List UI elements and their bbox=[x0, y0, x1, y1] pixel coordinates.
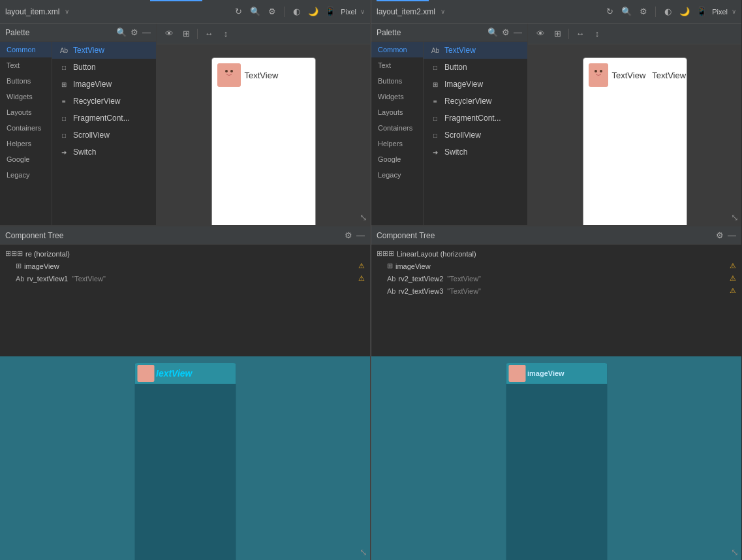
left-search-icon[interactable]: 🔍 bbox=[249, 5, 262, 18]
right-palette-search-icon[interactable]: 🔍 bbox=[487, 27, 498, 37]
right-pixel-icon[interactable]: 📱 bbox=[695, 5, 708, 18]
right-recyclerview-label: RecyclerView bbox=[444, 97, 491, 106]
right-eye-icon[interactable]: 👁 bbox=[533, 27, 548, 41]
right-sidebar-layouts[interactable]: Layouts bbox=[371, 104, 423, 120]
left-palette-search-icon[interactable]: 🔍 bbox=[116, 27, 127, 37]
left-palette-gear-icon[interactable]: ⚙ bbox=[131, 27, 138, 37]
left-toolbar-filename[interactable]: layout_item.xml bbox=[5, 7, 59, 16]
left-pixel-label[interactable]: Pixel bbox=[341, 8, 356, 16]
right-moon-icon[interactable]: 🌙 bbox=[678, 5, 691, 18]
right-comp-fragmentcont[interactable]: □ FragmentCont... bbox=[424, 110, 527, 127]
right-sidebar-buttons[interactable]: Buttons bbox=[371, 73, 423, 89]
right-sidebar-common[interactable]: Common bbox=[371, 42, 423, 57]
left-tree-textview1[interactable]: Ab rv_textView1 "TextView" ⚠ bbox=[5, 272, 365, 285]
left-comp-button[interactable]: □ Button bbox=[52, 59, 156, 76]
left-comp-switch[interactable]: ➜ Switch bbox=[52, 144, 156, 161]
left-pixel-chevron[interactable]: ∨ bbox=[360, 8, 365, 15]
left-palette-header: Palette 🔍 ⚙ — bbox=[0, 23, 156, 42]
right-palette-gear-icon[interactable]: ⚙ bbox=[502, 27, 510, 37]
left-moon-icon[interactable]: 🌙 bbox=[307, 5, 320, 18]
right-rotate-icon[interactable]: ↻ bbox=[603, 5, 616, 18]
left-textview-label: TextView bbox=[73, 46, 104, 55]
right-comp-button[interactable]: □ Button bbox=[424, 59, 527, 76]
right-palette-header: Palette 🔍 ⚙ — bbox=[371, 23, 527, 42]
right-recyclerview-icon: ≡ bbox=[430, 96, 441, 106]
left-sidebar-layouts[interactable]: Layouts bbox=[0, 104, 52, 120]
right-scrollview-icon: □ bbox=[430, 130, 441, 140]
right-tree-imageview-label: imageView bbox=[395, 262, 431, 270]
right-arrow-v-icon[interactable]: ↕ bbox=[590, 27, 604, 41]
right-tree-textview2[interactable]: Ab rv2_textView2 "TextView" ⚠ bbox=[377, 272, 736, 285]
left-arrow-v-icon[interactable]: ↕ bbox=[219, 27, 233, 41]
left-sidebar-common[interactable]: Common bbox=[0, 42, 52, 57]
right-sidebar-text[interactable]: Text bbox=[371, 57, 423, 73]
left-recyclerview-label: RecyclerView bbox=[73, 97, 120, 106]
right-comp-switch[interactable]: ➜ Switch bbox=[424, 144, 527, 161]
left-rotate-icon[interactable]: ↻ bbox=[232, 5, 245, 18]
right-gear-icon[interactable]: ⚙ bbox=[637, 5, 650, 18]
left-design-canvas[interactable]: TextView ⤡ bbox=[157, 44, 370, 225]
left-design-icon[interactable]: ◐ bbox=[290, 5, 303, 18]
left-tree-imageview[interactable]: ⊞ imageView ⚠ bbox=[5, 260, 365, 272]
left-gear-icon[interactable]: ⚙ bbox=[266, 5, 279, 18]
right-tree-textview3[interactable]: Ab rv2_textView3 "TextView" ⚠ bbox=[377, 285, 736, 297]
left-arrow-h-icon[interactable]: ↔ bbox=[202, 27, 216, 41]
left-phone-preview: TextView bbox=[211, 57, 316, 225]
right-toolbar-filename[interactable]: layout_item2.xml bbox=[377, 7, 435, 16]
right-sidebar-legacy[interactable]: Legacy bbox=[371, 167, 423, 183]
left-pixel-icon[interactable]: 📱 bbox=[324, 5, 337, 18]
svg-point-3 bbox=[230, 70, 233, 72]
svg-rect-7 bbox=[593, 77, 604, 84]
left-fragmentcont-icon: □ bbox=[59, 113, 69, 123]
right-comp-recyclerview[interactable]: ≡ RecyclerView bbox=[424, 93, 527, 110]
left-comp-recyclerview[interactable]: ≡ RecyclerView bbox=[52, 93, 156, 110]
left-comp-fragmentcont[interactable]: □ FragmentCont... bbox=[52, 110, 156, 127]
left-comp-imageview[interactable]: ⊞ ImageView bbox=[52, 76, 156, 93]
right-tree-gear-icon[interactable]: ⚙ bbox=[716, 230, 724, 240]
right-toolbar-chevron[interactable]: ∨ bbox=[441, 8, 445, 15]
right-bottom-phone: imageView bbox=[506, 363, 607, 560]
left-sidebar-google[interactable]: Google bbox=[0, 151, 52, 167]
left-sidebar-buttons[interactable]: Buttons bbox=[0, 73, 52, 89]
left-sidebar-widgets[interactable]: Widgets bbox=[0, 89, 52, 104]
right-arrow-h-icon[interactable]: ↔ bbox=[573, 27, 587, 41]
right-toolbar: layout_item2.xml ∨ ↻ 🔍 ⚙ ◐ 🌙 📱 Pixel ∨ bbox=[371, 0, 741, 23]
left-scrollview-icon: □ bbox=[59, 130, 69, 140]
left-preview-text: TextView bbox=[245, 70, 279, 80]
left-comp-scrollview[interactable]: □ ScrollView bbox=[52, 127, 156, 144]
right-sidebar-helpers[interactable]: Helpers bbox=[371, 136, 423, 151]
right-fragmentcont-label: FragmentCont... bbox=[444, 114, 501, 123]
left-recyclerview-icon: ≡ bbox=[59, 96, 69, 106]
left-sidebar-legacy[interactable]: Legacy bbox=[0, 167, 52, 183]
right-comp-textview[interactable]: Ab TextView bbox=[424, 42, 527, 59]
right-comp-imageview[interactable]: ⊞ ImageView bbox=[424, 76, 527, 93]
right-pixel-label[interactable]: Pixel bbox=[712, 8, 728, 16]
right-palette-minus-icon[interactable]: — bbox=[514, 27, 522, 37]
left-tree-minus-icon[interactable]: — bbox=[356, 230, 365, 240]
left-tree-root[interactable]: ⊞⊞⊞ re (horizontal) bbox=[5, 247, 365, 260]
right-tree-minus-icon[interactable]: — bbox=[728, 230, 736, 240]
right-tree-root[interactable]: ⊞⊞⊞ LinearLayout (horizontal) bbox=[377, 247, 736, 260]
left-palette-minus-icon[interactable]: — bbox=[142, 27, 151, 37]
left-eye-icon[interactable]: 👁 bbox=[162, 27, 176, 41]
right-comp-scrollview[interactable]: □ ScrollView bbox=[424, 127, 527, 144]
left-tree-title: Component Tree bbox=[5, 231, 341, 240]
left-comp-textview[interactable]: Ab TextView bbox=[52, 42, 156, 59]
right-pixel-chevron[interactable]: ∨ bbox=[732, 8, 736, 15]
right-tree-imageview[interactable]: ⊞ imageView ⚠ bbox=[377, 260, 736, 272]
right-design-icon[interactable]: ◐ bbox=[661, 5, 674, 18]
left-sidebar-text[interactable]: Text bbox=[0, 57, 52, 73]
right-grid-icon[interactable]: ⊞ bbox=[550, 27, 564, 41]
left-sidebar-helpers[interactable]: Helpers bbox=[0, 136, 52, 151]
right-switch-label: Switch bbox=[444, 148, 467, 157]
left-toolbar-chevron[interactable]: ∨ bbox=[65, 8, 69, 15]
left-tree-gear-icon[interactable]: ⚙ bbox=[345, 230, 352, 240]
right-sidebar-google[interactable]: Google bbox=[371, 151, 423, 167]
right-sidebar-widgets[interactable]: Widgets bbox=[371, 89, 423, 104]
right-design-canvas[interactable]: TextView TextView ⤡ bbox=[528, 44, 741, 225]
left-sidebar-containers[interactable]: Containers bbox=[0, 120, 52, 136]
right-imageview-icon: ⊞ bbox=[430, 79, 441, 89]
left-grid-icon[interactable]: ⊞ bbox=[179, 27, 193, 41]
right-search-icon[interactable]: 🔍 bbox=[620, 5, 633, 18]
right-sidebar-containers[interactable]: Containers bbox=[371, 120, 423, 136]
